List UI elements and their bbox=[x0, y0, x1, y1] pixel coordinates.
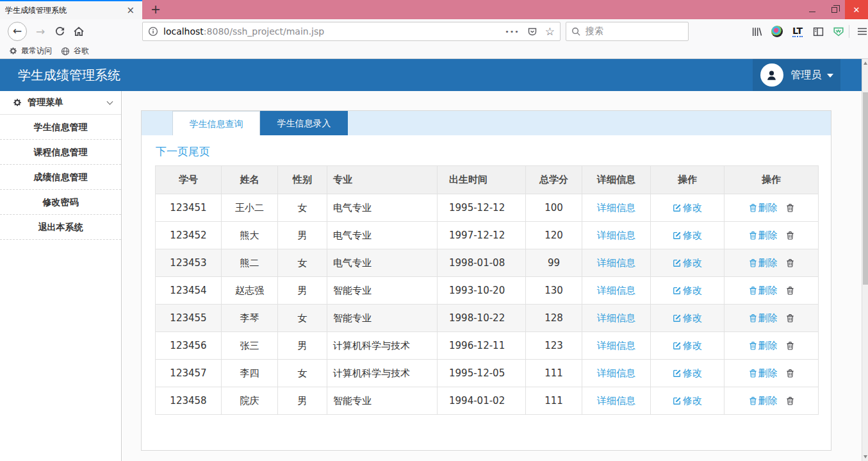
sidebar-item-student-info[interactable]: 学生信息管理 bbox=[0, 115, 121, 140]
tab-student-entry[interactable]: 学生信息录入 bbox=[260, 111, 348, 135]
sidebar-item-course-info[interactable]: 课程信息管理 bbox=[0, 140, 121, 165]
edit-cell: 修改 bbox=[651, 249, 725, 277]
table-row: 123453熊二女电气专业1998-01-0899详细信息修改删除 bbox=[156, 249, 819, 277]
search-box[interactable]: 搜索 bbox=[566, 22, 689, 41]
detail-link[interactable]: 详细信息 bbox=[597, 230, 635, 241]
edit-link[interactable]: 修改 bbox=[673, 340, 702, 351]
delete-link[interactable]: 删除 bbox=[749, 340, 778, 351]
student-birthdate-cell: 1995-12-05 bbox=[438, 360, 526, 387]
home-button[interactable] bbox=[70, 19, 87, 44]
browser-tab[interactable]: 学生成绩管理系统 × bbox=[0, 0, 142, 19]
page-scrollbar[interactable] bbox=[862, 59, 868, 461]
column-header-id: 学号 bbox=[156, 166, 222, 194]
student-id-cell: 123452 bbox=[156, 222, 222, 249]
student-name-cell: 熊二 bbox=[222, 249, 278, 277]
page-actions-icon[interactable]: ••• bbox=[505, 28, 519, 36]
url-text[interactable]: localhost:8080/ssh_project/main.jsp bbox=[163, 26, 497, 37]
student-major-cell: 电气专业 bbox=[327, 249, 438, 277]
delete-cell: 删除 bbox=[725, 249, 819, 277]
trash-icon[interactable] bbox=[786, 341, 794, 350]
edit-link[interactable]: 修改 bbox=[673, 367, 702, 379]
scroll-down-icon[interactable] bbox=[864, 455, 867, 458]
detail-link[interactable]: 详细信息 bbox=[597, 312, 635, 324]
trash-icon[interactable] bbox=[786, 314, 794, 323]
detail-link[interactable]: 详细信息 bbox=[597, 257, 635, 269]
edit-link[interactable]: 修改 bbox=[673, 202, 702, 214]
sidebar-item-change-password[interactable]: 修改密码 bbox=[0, 190, 121, 215]
scroll-up-icon[interactable] bbox=[864, 62, 867, 65]
tab-student-query[interactable]: 学生信息查询 bbox=[172, 111, 260, 135]
bookmark-most-visited[interactable]: 最常访问 bbox=[9, 46, 52, 56]
trash-icon bbox=[749, 396, 757, 405]
delete-link[interactable]: 删除 bbox=[749, 367, 778, 379]
screenshot-extension-button[interactable] bbox=[769, 19, 785, 44]
delete-link[interactable]: 删除 bbox=[749, 395, 778, 407]
detail-link[interactable]: 详细信息 bbox=[597, 367, 635, 379]
column-header-major: 专业 bbox=[327, 166, 438, 194]
trash-icon[interactable] bbox=[786, 369, 794, 378]
detail-link[interactable]: 详细信息 bbox=[597, 395, 635, 407]
languagetool-button[interactable]: LT bbox=[789, 19, 807, 44]
trash-icon[interactable] bbox=[786, 258, 794, 267]
library-icon bbox=[751, 26, 762, 37]
forward-button[interactable]: → bbox=[32, 19, 49, 44]
app-header: 学生成绩管理系统 管理员 bbox=[0, 59, 868, 91]
wappalyzer-button[interactable] bbox=[830, 19, 847, 44]
restore-button[interactable] bbox=[823, 0, 845, 19]
delete-cell: 删除 bbox=[725, 305, 819, 332]
trash-icon[interactable] bbox=[786, 231, 794, 240]
bookmark-star-icon[interactable]: ☆ bbox=[545, 25, 555, 38]
site-info-icon[interactable] bbox=[148, 26, 158, 37]
edit-link[interactable]: 修改 bbox=[673, 312, 702, 324]
detail-link[interactable]: 详细信息 bbox=[597, 285, 635, 296]
detail-cell: 详细信息 bbox=[582, 194, 651, 222]
scrollbar-thumb[interactable] bbox=[863, 92, 868, 285]
delete-link[interactable]: 删除 bbox=[749, 202, 778, 214]
library-button[interactable] bbox=[748, 19, 765, 44]
tab-close-icon[interactable]: × bbox=[124, 4, 137, 16]
edit-link[interactable]: 修改 bbox=[673, 395, 702, 407]
delete-link[interactable]: 删除 bbox=[749, 312, 778, 324]
sidebar-item-logout[interactable]: 退出本系统 bbox=[0, 215, 121, 240]
close-button[interactable]: ✕ bbox=[845, 0, 868, 19]
detail-cell: 详细信息 bbox=[582, 249, 651, 277]
detail-cell: 详细信息 bbox=[582, 360, 651, 387]
edit-link[interactable]: 修改 bbox=[673, 285, 702, 296]
delete-link[interactable]: 删除 bbox=[749, 285, 778, 296]
new-tab-button[interactable]: + bbox=[146, 0, 165, 19]
next-page-link[interactable]: 下一页 bbox=[156, 145, 188, 158]
edit-cell: 修改 bbox=[651, 194, 725, 222]
trash-icon bbox=[749, 314, 757, 323]
student-gender-cell: 女 bbox=[278, 249, 327, 277]
pocket-shield-icon[interactable] bbox=[527, 26, 537, 37]
menu-button[interactable] bbox=[854, 19, 868, 44]
detail-link[interactable]: 详细信息 bbox=[597, 340, 635, 351]
admin-menu[interactable]: 管理员 bbox=[753, 59, 840, 91]
sidebar-menu-header[interactable]: 管理菜单 bbox=[0, 91, 121, 115]
reload-button[interactable] bbox=[51, 19, 68, 44]
caret-down-icon bbox=[827, 74, 833, 78]
url-bar[interactable]: localhost:8080/ssh_project/main.jsp ••• … bbox=[142, 22, 561, 41]
student-id-cell: 123454 bbox=[156, 277, 222, 305]
trash-icon[interactable] bbox=[786, 286, 794, 295]
trash-icon[interactable] bbox=[786, 396, 794, 405]
sidebar-item-grade-info[interactable]: 成绩信息管理 bbox=[0, 165, 121, 190]
minimize-button[interactable] bbox=[801, 0, 823, 19]
delete-link[interactable]: 删除 bbox=[749, 230, 778, 241]
browser-titlebar: 学生成绩管理系统 × + ✕ bbox=[0, 0, 868, 19]
sidebar-toggle-button[interactable] bbox=[810, 19, 826, 44]
panel-body: 下一页尾页 学号 姓名 性别 专业 出生时间 总学分 详细信息 操作 操作 bbox=[142, 135, 831, 415]
edit-link[interactable]: 修改 bbox=[673, 257, 702, 269]
last-page-link[interactable]: 尾页 bbox=[188, 145, 210, 158]
back-button[interactable]: ← bbox=[6, 19, 28, 44]
detail-link[interactable]: 详细信息 bbox=[597, 202, 635, 214]
student-credits-cell: 128 bbox=[526, 305, 582, 332]
edit-link[interactable]: 修改 bbox=[673, 230, 702, 241]
student-credits-cell: 99 bbox=[526, 249, 582, 277]
student-major-cell: 智能专业 bbox=[327, 277, 438, 305]
bookmark-google[interactable]: 谷歌 bbox=[61, 46, 89, 56]
column-header-gender: 性别 bbox=[278, 166, 327, 194]
delete-link[interactable]: 删除 bbox=[749, 257, 778, 269]
wappalyzer-icon bbox=[833, 26, 844, 37]
trash-icon[interactable] bbox=[786, 203, 794, 212]
